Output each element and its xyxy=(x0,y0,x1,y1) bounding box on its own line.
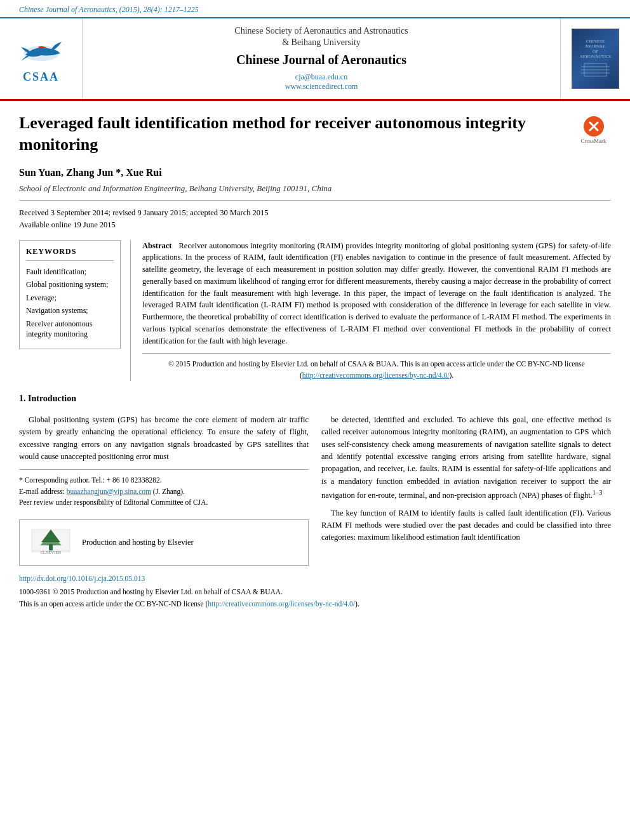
footnote-email-end: (J. Zhang). xyxy=(151,488,185,495)
society-name-line1: Chinese Society of Aeronautics and Astro… xyxy=(234,26,408,36)
crossmark-circle xyxy=(584,116,604,137)
copyright-text: © 2015 Production and hosting by Elsevie… xyxy=(168,360,585,378)
footnote-peer: Peer review under responsibility of Edit… xyxy=(19,497,309,508)
footnote-email-link[interactable]: buaazhangjun@vip.sina.com xyxy=(67,488,151,495)
header-bar: CSAA Chinese Society of Aeronautics and … xyxy=(0,17,630,101)
keyword-3: Leverage; xyxy=(26,293,114,303)
body-col-left: Global positioning system (GPS) has beco… xyxy=(19,414,309,566)
journal-cover-block: CHINESEJOURNALOFAERONAUTICS xyxy=(560,18,630,99)
csaa-text: CSAA xyxy=(23,70,59,84)
keyword-1: Fault identification; xyxy=(26,267,114,277)
bottom-footer: 1000-9361 © 2015 Production and hosting … xyxy=(19,586,611,610)
intro-p3: The key function of RAIM to identify fau… xyxy=(321,507,611,544)
intro-p2: be detected, identified and excluded. To… xyxy=(321,414,611,502)
intro-p1: Global positioning system (GPS) has beco… xyxy=(19,414,309,463)
footnote-email-label: E-mail address: xyxy=(19,488,65,495)
crossmark-label: CrossMark xyxy=(581,138,607,144)
bottom-links: http://dx.doi.org/10.1016/j.cja.2015.05.… xyxy=(19,575,611,582)
footnote-email: E-mail address: buaazhangjun@vip.sina.co… xyxy=(19,486,309,497)
doi-link[interactable]: http://dx.doi.org/10.1016/j.cja.2015.05.… xyxy=(19,575,145,582)
keyword-5: Receiver autonomous integrity monitoring xyxy=(26,319,114,339)
keywords-abstract-area: KEYWORDS Fault identification; Global po… xyxy=(19,240,611,381)
bottom-issn: 1000-9361 © 2015 Production and hosting … xyxy=(19,586,611,597)
bottom-cc-link[interactable]: http://creativecommons.org/licenses/by-n… xyxy=(208,600,355,608)
elsevier-text: Production and hosting by Elsevier xyxy=(82,537,194,549)
abstract-body: Receiver autonomous integrity monitoring… xyxy=(142,241,611,345)
society-name-line2: & Beihang University xyxy=(282,37,361,48)
cover-label: CHINESEJOURNALOFAERONAUTICS xyxy=(580,39,611,59)
available-online: Available online 19 June 2015 xyxy=(19,220,611,230)
footnote-area: * Corresponding author. Tel.: + 86 10 82… xyxy=(19,469,309,508)
keyword-2: Global positioning system; xyxy=(26,280,114,290)
header-website[interactable]: www.sciencedirect.com xyxy=(285,82,358,91)
received-dates: Received 3 September 2014; revised 9 Jan… xyxy=(19,208,611,218)
keywords-col: KEYWORDS Fault identification; Global po… xyxy=(19,240,130,381)
crossmark-badge[interactable]: CrossMark xyxy=(576,116,611,144)
abstract-text: Abstract Receiver autonomous integrity m… xyxy=(142,240,611,347)
bottom-open-access-text: This is an open access article under the… xyxy=(19,600,359,608)
abstract-label: Abstract xyxy=(142,241,172,250)
main-content: Leveraged fault identification method fo… xyxy=(0,101,630,616)
journal-cover-image: CHINESEJOURNALOFAERONAUTICS xyxy=(572,29,619,89)
csaa-logo: CSAA xyxy=(16,34,67,84)
authors: Sun Yuan, Zhang Jun *, Xue Rui xyxy=(19,167,611,178)
csaa-bird-icon xyxy=(16,34,67,69)
article-title: Leveraged fault identification method fo… xyxy=(19,112,611,156)
elsevier-logo-icon: ELSEVIER xyxy=(29,526,73,555)
bottom-open-access: This is an open access article under the… xyxy=(19,598,611,610)
csaa-logo-block: CSAA xyxy=(0,18,83,99)
affiliation: School of Electronic and Information Eng… xyxy=(19,183,611,201)
cover-decoration xyxy=(578,60,613,79)
section-1-title: 1. Introduction xyxy=(19,394,611,404)
ref-superscript-1: 1–3 xyxy=(593,489,603,496)
section-1: 1. Introduction Global positioning syste… xyxy=(19,394,611,566)
cc-license-link[interactable]: http://creativecommons.org/licenses/by-n… xyxy=(302,371,450,379)
elsevier-logo-block: ELSEVIER xyxy=(29,526,73,559)
keywords-box: KEYWORDS Fault identification; Global po… xyxy=(19,240,121,350)
title-block: Leveraged fault identification method fo… xyxy=(19,112,611,156)
elsevier-box: ELSEVIER Production and hosting by Elsev… xyxy=(19,519,309,566)
intro-p2-text: be detected, identified and excluded. To… xyxy=(321,415,611,500)
abstract-col: Abstract Receiver autonomous integrity m… xyxy=(130,240,611,381)
contact-info: cja@buaa.edu.cn www.sciencedirect.com xyxy=(285,72,358,91)
footnote-star: * Corresponding author. Tel.: + 86 10 82… xyxy=(19,475,309,486)
journal-title-main: Chinese Journal of Aeronautics xyxy=(236,53,406,67)
header-center: Chinese Society of Aeronautics and Astro… xyxy=(83,18,560,99)
copyright-notice: © 2015 Production and hosting by Elsevie… xyxy=(142,353,611,381)
body-two-col: Global positioning system (GPS) has beco… xyxy=(19,414,611,566)
body-col-right: be detected, identified and excluded. To… xyxy=(321,414,611,566)
svg-text:ELSEVIER: ELSEVIER xyxy=(40,550,61,555)
journal-link: Chinese Journal of Aeronautics, (2015), … xyxy=(0,0,630,17)
header-email[interactable]: cja@buaa.edu.cn xyxy=(285,72,358,82)
footnote-email-text: buaazhangjun@vip.sina.com xyxy=(67,488,151,495)
crossmark-icon xyxy=(587,119,601,133)
keywords-title: KEYWORDS xyxy=(26,247,114,261)
keyword-4: Navigation systems; xyxy=(26,306,114,316)
